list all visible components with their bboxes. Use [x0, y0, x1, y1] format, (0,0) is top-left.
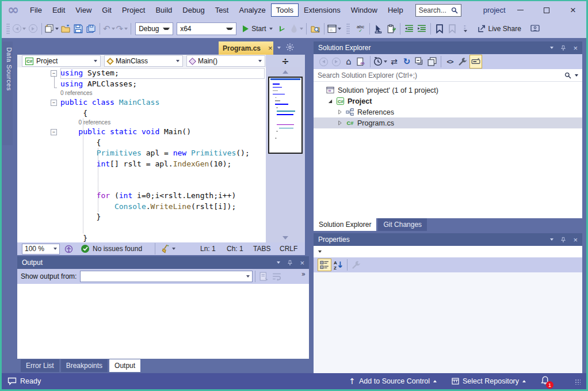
view-code-icon[interactable]: <> [444, 55, 456, 69]
health-check-icon[interactable] [81, 245, 89, 253]
tree-item-references[interactable]: References [314, 107, 582, 117]
fold-collapse-icon[interactable]: − [51, 70, 57, 77]
add-to-source-control-button[interactable]: ↑ Add to Source Control [349, 377, 437, 386]
tree-item-project[interactable]: C#Project [314, 96, 582, 107]
indent-mode-indicator[interactable]: TABS [253, 245, 280, 253]
show-all-files-icon[interactable] [426, 55, 438, 69]
live-share-button[interactable]: Live Share [477, 25, 521, 33]
fold-collapse-icon[interactable]: − [51, 129, 57, 135]
start-debugging-button[interactable]: Start [243, 25, 272, 33]
quick-launch-search[interactable]: Search... [415, 4, 461, 17]
navigate-forward-icon[interactable] [27, 22, 39, 36]
decrease-indent-icon[interactable] [403, 22, 415, 36]
window-position-dropdown-icon[interactable] [277, 261, 280, 264]
open-file-icon[interactable] [60, 22, 71, 36]
refresh-icon[interactable]: ↻ [401, 55, 413, 69]
home-icon[interactable]: ⌂ [343, 55, 354, 69]
editor-scrollbar[interactable] [266, 67, 305, 242]
tree-expander-icon[interactable] [327, 98, 333, 104]
sync-with-active-document-icon[interactable]: ⇄ [388, 55, 400, 69]
menu-view[interactable]: View [70, 3, 97, 17]
search-options-dropdown-icon[interactable] [575, 74, 578, 77]
menu-window[interactable]: Window [346, 3, 383, 17]
close-panel-icon[interactable]: × [573, 44, 578, 52]
word-wrap-icon[interactable] [271, 269, 282, 283]
tree-item-program-cs[interactable]: C#Program.cs [314, 117, 582, 128]
categorized-view-icon[interactable] [318, 259, 331, 271]
tab-error-list[interactable]: Error List [21, 359, 59, 372]
property-pages-wrench-icon[interactable] [350, 258, 362, 272]
zoom-combo[interactable]: 100 % [22, 244, 60, 255]
previous-bookmark-icon[interactable] [446, 22, 458, 36]
class-dropdown[interactable]: MainClass [104, 55, 183, 67]
forward-icon[interactable] [330, 55, 342, 69]
tab-breakpoints[interactable]: Breakpoints [61, 359, 108, 372]
select-repository-button[interactable]: Select Repository [452, 377, 526, 385]
tree-expander-icon[interactable] [337, 120, 343, 126]
line-ending-indicator[interactable]: CRLF [280, 245, 300, 253]
close-panel-icon[interactable]: × [573, 236, 578, 244]
document-tab-program-cs[interactable]: Program.cs × [219, 41, 273, 55]
member-dropdown[interactable]: Main() [186, 55, 265, 67]
menu-build[interactable]: Build [150, 3, 177, 17]
project-dropdown[interactable]: C# Project [22, 55, 101, 67]
toolbar-overflow-icon[interactable] [459, 22, 471, 36]
send-feedback-icon[interactable] [529, 22, 541, 36]
accessibility-icon[interactable] [64, 245, 73, 253]
spell-check-icon[interactable]: abc ✓ [355, 22, 366, 36]
output-title-bar[interactable]: Output × [17, 256, 309, 269]
platform-combo[interactable]: x64 [177, 22, 236, 35]
search-icon[interactable] [564, 72, 571, 79]
increase-indent-icon[interactable] [416, 22, 427, 36]
pin-icon[interactable] [287, 260, 293, 266]
data-sources-tab[interactable]: Data Sources [2, 41, 13, 145]
find-in-files-icon[interactable] [310, 22, 321, 36]
close-panel-icon[interactable]: × [300, 259, 304, 267]
object-selector-combo[interactable] [314, 246, 582, 257]
tree-item-solution-project-1-of-1-project[interactable]: ∞Solution 'project' (1 of 1 project) [314, 85, 582, 96]
tab-git-changes[interactable]: Git Changes [378, 218, 427, 231]
menu-extensions[interactable]: Extensions [299, 3, 346, 17]
menu-project[interactable]: Project [117, 3, 150, 17]
menu-help[interactable]: Help [383, 3, 408, 17]
menu-test[interactable]: Test [210, 3, 234, 17]
paste-format-icon[interactable] [385, 22, 397, 36]
toolbar-overflow-icon[interactable]: » [301, 269, 306, 278]
pin-icon[interactable] [560, 45, 566, 51]
new-project-icon[interactable] [45, 22, 59, 36]
navigate-back-icon[interactable] [13, 22, 26, 36]
pending-changes-filter-icon[interactable] [373, 55, 387, 69]
toggle-grip-icon[interactable] [342, 22, 354, 36]
tab-output[interactable]: Output [109, 359, 140, 372]
code-editor[interactable]: using System;−using APLClasses;0 referen… [17, 67, 305, 242]
minimize-button[interactable] [507, 1, 533, 19]
configuration-combo[interactable]: Debug [135, 22, 173, 35]
menu-git[interactable]: Git [97, 3, 117, 17]
alphabetical-sort-icon[interactable]: AZ [333, 258, 344, 272]
gear-icon[interactable] [286, 43, 294, 51]
hot-reload-icon[interactable] [289, 22, 303, 36]
issues-status[interactable]: No issues found [93, 245, 142, 253]
notifications-button[interactable]: 1 [541, 376, 549, 386]
document-well-dropdown-icon[interactable] [277, 47, 281, 49]
save-icon[interactable] [72, 22, 84, 36]
tab-solution-explorer[interactable]: Solution Explorer [314, 218, 376, 231]
switch-views-icon[interactable]: ∞ [356, 55, 367, 69]
properties-wrench-icon[interactable] [457, 55, 468, 69]
menu-tools[interactable]: Tools [271, 3, 299, 17]
scroll-up-icon[interactable] [282, 70, 288, 74]
navigate-cursor-icon[interactable] [373, 22, 384, 36]
preview-selected-items-icon[interactable] [469, 55, 482, 69]
toolbar-grip[interactable] [6, 23, 10, 35]
menu-edit[interactable]: Edit [47, 3, 70, 17]
scroll-down-icon[interactable] [282, 236, 288, 240]
solution-explorer-shortcut-icon[interactable]: ⌂ [327, 22, 341, 36]
pin-icon[interactable] [560, 237, 566, 243]
undo-icon[interactable]: ↶ [103, 22, 115, 36]
output-source-combo[interactable] [80, 271, 253, 282]
column-indicator[interactable]: Ch: 1 [227, 245, 253, 253]
find-message-icon[interactable] [258, 269, 270, 283]
menu-debug[interactable]: Debug [177, 3, 209, 17]
output-content[interactable] [17, 284, 309, 359]
solution-explorer-title-bar[interactable]: Solution Explorer × [314, 41, 582, 54]
